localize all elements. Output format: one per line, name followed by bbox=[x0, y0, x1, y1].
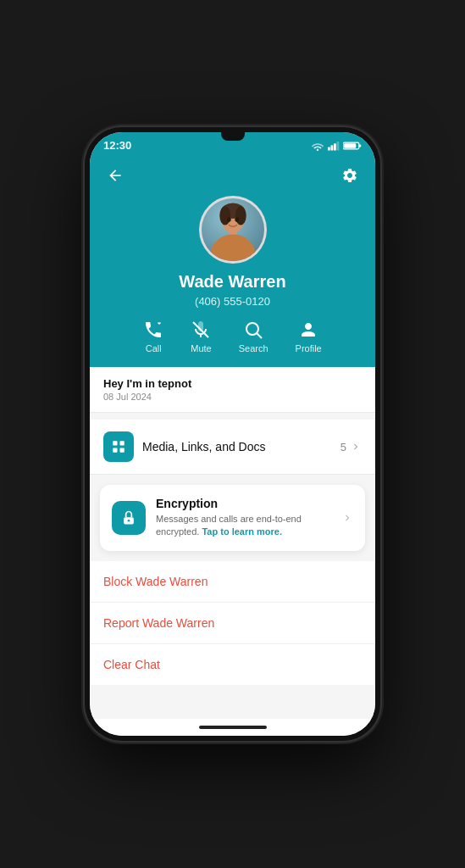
svg-rect-23 bbox=[113, 448, 117, 453]
encryption-icon bbox=[112, 501, 146, 535]
home-bar bbox=[199, 726, 267, 729]
call-action[interactable]: Call bbox=[143, 320, 163, 353]
settings-button[interactable] bbox=[338, 164, 362, 187]
svg-point-19 bbox=[246, 323, 258, 335]
status-time: 12:30 bbox=[103, 139, 131, 152]
profile-icon bbox=[298, 320, 318, 340]
mute-action[interactable]: Mute bbox=[191, 320, 211, 353]
svg-rect-24 bbox=[120, 448, 125, 453]
action-bar: Call Mute bbox=[103, 320, 362, 353]
block-button[interactable]: Block Wade Warren bbox=[90, 561, 375, 603]
back-button[interactable] bbox=[103, 164, 127, 187]
svg-rect-3 bbox=[337, 142, 340, 151]
content-area: Hey I'm in tepnot 08 Jul 2024 Media, Lin… bbox=[90, 367, 375, 719]
svg-point-16 bbox=[215, 235, 250, 257]
call-icon bbox=[143, 320, 163, 340]
phone-screen: 12:30 bbox=[90, 132, 375, 736]
svg-point-11 bbox=[235, 206, 246, 225]
svg-point-26 bbox=[128, 520, 130, 522]
svg-rect-22 bbox=[120, 441, 125, 445]
avatar-image bbox=[202, 196, 264, 264]
svg-rect-6 bbox=[344, 143, 356, 148]
header-area: Wade Warren (406) 555-0120 Call bbox=[90, 155, 375, 367]
clear-chat-button[interactable]: Clear Chat bbox=[90, 644, 375, 685]
profile-label: Profile bbox=[296, 343, 322, 353]
header-top bbox=[103, 164, 362, 187]
avatar bbox=[199, 196, 267, 264]
status-icons bbox=[311, 141, 362, 151]
wifi-icon bbox=[311, 141, 324, 151]
call-label: Call bbox=[146, 343, 162, 353]
encryption-text: Encryption Messages and calls are end-to… bbox=[156, 497, 331, 539]
media-title: Media, Links, and Docs bbox=[142, 440, 266, 453]
search-icon bbox=[243, 320, 263, 340]
media-section[interactable]: Media, Links, and Docs 5 bbox=[90, 420, 375, 475]
contact-name: Wade Warren bbox=[179, 272, 285, 292]
profile-action[interactable]: Profile bbox=[296, 320, 322, 353]
enc-chevron-icon bbox=[341, 512, 353, 524]
svg-rect-2 bbox=[334, 143, 336, 150]
media-icon bbox=[103, 431, 134, 462]
status-date: 08 Jul 2024 bbox=[103, 392, 362, 402]
phone-frame: 12:30 bbox=[85, 127, 380, 741]
home-indicator bbox=[90, 719, 375, 736]
svg-rect-0 bbox=[328, 147, 330, 150]
mute-label: Mute bbox=[191, 343, 211, 353]
search-action[interactable]: Search bbox=[239, 320, 268, 353]
media-count: 5 bbox=[340, 441, 346, 453]
status-section: Hey I'm in tepnot 08 Jul 2024 bbox=[90, 367, 375, 413]
signal-icon bbox=[328, 141, 340, 151]
encryption-card[interactable]: Encryption Messages and calls are end-to… bbox=[100, 485, 365, 551]
battery-icon bbox=[343, 141, 362, 151]
chevron-right-icon bbox=[350, 441, 362, 453]
svg-rect-5 bbox=[359, 144, 361, 147]
svg-point-13 bbox=[235, 217, 239, 222]
contact-phone: (406) 555-0120 bbox=[195, 295, 270, 308]
svg-rect-21 bbox=[113, 441, 117, 445]
notch bbox=[221, 132, 245, 141]
encryption-description: Messages and calls are end-to-end encryp… bbox=[156, 513, 331, 539]
media-left: Media, Links, and Docs bbox=[103, 431, 266, 462]
status-text: Hey I'm in tepnot bbox=[103, 377, 362, 390]
svg-rect-1 bbox=[331, 145, 334, 150]
media-right: 5 bbox=[340, 441, 362, 453]
encryption-title: Encryption bbox=[156, 497, 331, 510]
svg-point-10 bbox=[219, 206, 230, 225]
mute-icon bbox=[191, 320, 211, 340]
report-button[interactable]: Report Wade Warren bbox=[90, 603, 375, 644]
encryption-link[interactable]: Tap to learn more. bbox=[202, 526, 282, 537]
danger-actions: Block Wade Warren Report Wade Warren Cle… bbox=[90, 561, 375, 685]
svg-point-12 bbox=[227, 217, 231, 222]
search-label: Search bbox=[239, 343, 268, 353]
svg-line-20 bbox=[257, 334, 263, 339]
